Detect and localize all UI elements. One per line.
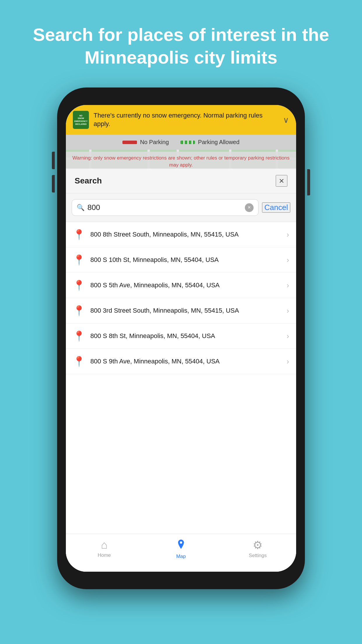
result-address-4: 800 S 8th St, Minneapolis, MN, 55404, US… xyxy=(90,332,215,340)
nav-item-settings[interactable]: ⚙ Settings xyxy=(243,539,272,559)
settings-icon: ⚙ xyxy=(253,539,263,552)
result-item-3[interactable]: 📍 800 3rd Street South, Minneapolis, MN,… xyxy=(66,298,296,323)
chevron-right-icon-0: › xyxy=(287,230,289,239)
phone-container: NO SNOW EMERGENCY DECLARED There's curre… xyxy=(57,88,305,589)
search-modal: Search × 🔍 × Cancel 📍 800 8th Street S xyxy=(66,169,296,572)
chevron-right-icon-5: › xyxy=(287,357,289,366)
result-address-2: 800 S 5th Ave, Minneapolis, MN, 55404, U… xyxy=(90,281,220,289)
parking-allowed-bar xyxy=(180,141,195,144)
chevron-down-icon: ∨ xyxy=(283,115,289,125)
search-header: Search × xyxy=(66,169,296,193)
location-pin-icon-2: 📍 xyxy=(73,279,85,291)
no-parking-legend-item: No Parking xyxy=(122,139,169,146)
result-text-2: 800 S 5th Ave, Minneapolis, MN, 55404, U… xyxy=(90,281,281,290)
result-item-2[interactable]: 📍 800 S 5th Ave, Minneapolis, MN, 55404,… xyxy=(66,273,296,298)
snow-emergency-sign: NO SNOW EMERGENCY DECLARED xyxy=(73,111,89,129)
result-text-1: 800 S 10th St, Minneapolis, MN, 55404, U… xyxy=(90,256,281,264)
svg-point-0 xyxy=(180,541,182,544)
result-address-0: 800 8th Street South, Minneapolis, MN, 5… xyxy=(90,231,239,238)
search-input[interactable] xyxy=(87,203,242,212)
search-input-area: 🔍 × Cancel xyxy=(66,193,296,222)
chevron-right-icon-1: › xyxy=(287,256,289,265)
search-results-list: 📍 800 8th Street South, Minneapolis, MN,… xyxy=(66,222,296,572)
no-parking-label: No Parking xyxy=(140,139,169,146)
chevron-right-icon-4: › xyxy=(287,332,289,341)
search-icon: 🔍 xyxy=(77,204,85,211)
volume-up-button xyxy=(52,152,55,169)
nav-home-label: Home xyxy=(98,552,111,558)
result-item-4[interactable]: 📍 800 S 8th St, Minneapolis, MN, 55404, … xyxy=(66,323,296,349)
location-pin-icon-4: 📍 xyxy=(73,330,85,342)
parking-allowed-legend-item: Parking Allowed xyxy=(180,139,239,146)
home-icon: ⌂ xyxy=(101,539,108,551)
result-item-1[interactable]: 📍 800 S 10th St, Minneapolis, MN, 55404,… xyxy=(66,247,296,273)
location-pin-icon-5: 📍 xyxy=(73,355,85,368)
search-modal-title: Search xyxy=(75,176,102,186)
parking-legend: No Parking Parking Allowed xyxy=(66,135,296,150)
snow-sign-text4: DECLARED xyxy=(75,123,87,125)
result-text-5: 800 S 9th Ave, Minneapolis, MN, 55404, U… xyxy=(90,357,281,366)
nav-map-label: Map xyxy=(176,554,186,559)
volume-down-button xyxy=(52,175,55,192)
chevron-right-icon-2: › xyxy=(287,281,289,290)
result-item-5[interactable]: 📍 800 S 9th Ave, Minneapolis, MN, 55404,… xyxy=(66,349,296,374)
warning-text: Warning: only snow emergency restriction… xyxy=(73,155,290,168)
snow-sign-text: NO xyxy=(79,115,82,117)
map-icon xyxy=(175,539,187,552)
snow-sign-text2: SNOW xyxy=(78,117,84,120)
result-text-4: 800 S 8th St, Minneapolis, MN, 55404, US… xyxy=(90,332,281,340)
result-text-3: 800 3rd Street South, Minneapolis, MN, 5… xyxy=(90,306,281,315)
result-text-0: 800 8th Street South, Minneapolis, MN, 5… xyxy=(90,230,281,239)
parking-allowed-label: Parking Allowed xyxy=(198,139,239,146)
notification-banner[interactable]: NO SNOW EMERGENCY DECLARED There's curre… xyxy=(66,105,296,135)
notification-text: There's currently no snow emergency. Nor… xyxy=(94,111,278,128)
bottom-navigation: ⌂ Home Map ⚙ Settings xyxy=(66,534,296,572)
result-address-1: 800 S 10th St, Minneapolis, MN, 55404, U… xyxy=(90,256,219,263)
search-close-button[interactable]: × xyxy=(276,175,287,187)
location-pin-icon-3: 📍 xyxy=(73,304,85,317)
snow-sign-text3: EMERGENCY xyxy=(74,120,87,123)
page-title: Search for places of interest in the Min… xyxy=(0,0,362,86)
search-clear-button[interactable]: × xyxy=(245,203,254,212)
result-address-3: 800 3rd Street South, Minneapolis, MN, 5… xyxy=(90,307,239,314)
no-parking-bar xyxy=(122,141,137,144)
nav-item-home[interactable]: ⌂ Home xyxy=(90,539,119,558)
result-item-0[interactable]: 📍 800 8th Street South, Minneapolis, MN,… xyxy=(66,222,296,247)
phone-screen: NO SNOW EMERGENCY DECLARED There's curre… xyxy=(66,105,296,572)
nav-item-map[interactable]: Map xyxy=(166,539,196,559)
location-pin-icon-1: 📍 xyxy=(73,254,85,266)
search-input-wrapper: 🔍 × xyxy=(72,199,259,216)
search-cancel-button[interactable]: Cancel xyxy=(262,202,290,213)
chevron-right-icon-3: › xyxy=(287,306,289,315)
location-pin-icon-0: 📍 xyxy=(73,228,85,241)
power-button xyxy=(307,169,310,195)
nav-settings-label: Settings xyxy=(249,553,267,559)
result-address-5: 800 S 9th Ave, Minneapolis, MN, 55404, U… xyxy=(90,358,220,365)
